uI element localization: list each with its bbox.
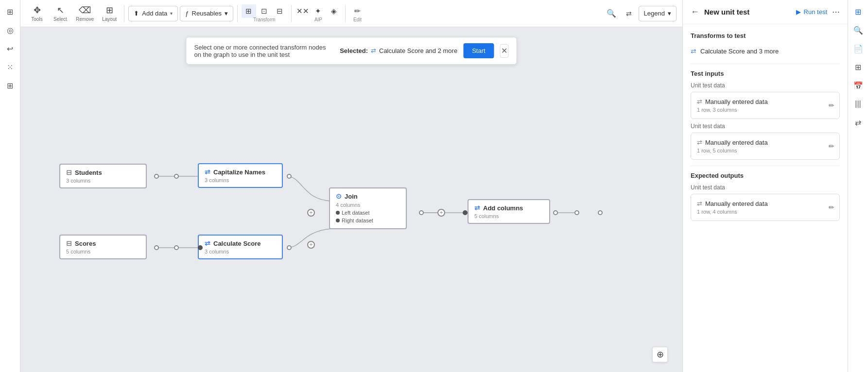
add-data-chevron-icon: ▾ [170, 11, 173, 16]
edit-pencil-icon[interactable]: ✏ [350, 4, 365, 18]
select-icon: ↖ [57, 5, 64, 16]
card1-icon: ⇄ [697, 98, 702, 105]
far-sidebar-icon-5[interactable]: 📅 [850, 77, 867, 94]
share-icon[interactable]: ⇄ [621, 6, 637, 21]
legend-chevron-icon: ▾ [668, 10, 671, 17]
sidebar-icon-2[interactable]: ◎ [1, 21, 19, 39]
banner-instruction: Select one or more connected transform n… [194, 44, 334, 58]
tools-group[interactable]: ✥ Tools [26, 2, 48, 25]
far-sidebar-icon-7[interactable]: ⇄ [850, 114, 867, 131]
far-right-sidebar: ⊞ 🔍 📄 ⊞ 📅 ||| ⇄ [848, 0, 868, 372]
students-mid-conn [174, 174, 179, 179]
calculate-score-node: ⇄ Calculate Score 3 columns [198, 235, 283, 259]
reusables-button[interactable]: ƒ Reusables ▾ [180, 6, 233, 21]
transform-section: ⊞ ⊡ ⊟ Transform [242, 4, 287, 22]
transform-label: Transform [249, 17, 279, 22]
reusables-chevron-icon: ▾ [225, 10, 228, 17]
unit-test-label-1: Unit test data [691, 82, 840, 89]
tools-label: Tools [31, 17, 42, 22]
card3-title: Manually entered data [705, 200, 768, 207]
data-card-2: ⇄ Manually entered data 1 row, 5 columns… [691, 133, 840, 160]
card1-sub: 1 row, 3 columns [697, 107, 833, 113]
transform-item-icon: ⇄ [691, 47, 696, 55]
join-right-conn [419, 210, 424, 215]
scores-mid-conn [174, 245, 179, 250]
add-columns-end-conn [598, 210, 603, 215]
join-title: Join [345, 193, 358, 200]
remove-icon: ⌫ [79, 5, 91, 16]
test-inputs-section-title: Test inputs [691, 70, 840, 77]
students-title: Students [75, 169, 102, 176]
remove-group[interactable]: ⌫ Remove [73, 2, 97, 25]
layout-group[interactable]: ⊞ Layout [99, 2, 120, 25]
close-button[interactable]: ✕ [500, 44, 509, 58]
remove-label: Remove [76, 17, 94, 22]
data-card-3: ⇄ Manually entered data 1 row, 4 columns… [691, 194, 840, 221]
left-sidebar: ⊞ ◎ ↩ ⁙ ⊞ [0, 0, 20, 372]
transform-item-label: Calculate Score and 3 more [700, 48, 779, 55]
aip-label: AIP [311, 17, 326, 22]
card1-edit-button[interactable]: ✏ [829, 101, 834, 109]
sidebar-icon-5[interactable]: ⊞ [1, 77, 19, 94]
aip-icon-2[interactable]: ✦ [311, 4, 326, 18]
card2-edit-button[interactable]: ✏ [829, 142, 834, 150]
banner-selected-value: Calculate Score and 2 more [379, 47, 457, 54]
run-test-label: Run test [804, 8, 827, 16]
add-data-icon: ⬆ [134, 10, 139, 17]
sidebar-icon-1[interactable]: ⊞ [1, 3, 19, 20]
unit-test-label-3: Unit test data [691, 184, 840, 191]
add-columns-sub: 5 columns [474, 213, 543, 219]
transform-join-icon[interactable]: ⊟ [273, 4, 287, 18]
join-node: ⊙ Join 4 columns Left dataset Right data… [329, 187, 407, 229]
edit-section: ✏ Edit [349, 4, 365, 22]
far-sidebar-icon-4[interactable]: ⊞ [850, 58, 867, 76]
join-sub: 4 columns [336, 202, 400, 208]
join-port2: Right dataset [342, 218, 373, 223]
banner-transform-icon: ⇄ [371, 47, 376, 54]
divider-1 [124, 5, 124, 22]
aip-icon-1[interactable]: ✕✕ [295, 4, 310, 18]
back-button[interactable]: ← [691, 7, 699, 17]
more-options-button[interactable]: ⋯ [832, 7, 840, 17]
divider-inputs-outputs [691, 166, 840, 166]
far-sidebar-icon-6[interactable]: ||| [850, 95, 867, 113]
plus-dot-bottom[interactable]: + [307, 241, 315, 249]
students-right-conn [154, 174, 159, 179]
start-button[interactable]: Start [463, 43, 494, 58]
join-right-port-dot [336, 219, 340, 222]
card2-icon: ⇄ [697, 139, 702, 146]
zoom-in-button[interactable]: ⊕ [652, 347, 668, 362]
select-group[interactable]: ↖ Select [50, 2, 71, 25]
sidebar-icon-4[interactable]: ⁙ [1, 58, 19, 76]
search-button[interactable]: 🔍 [604, 6, 619, 21]
main-area: ✥ Tools ↖ Select ⌫ Remove ⊞ Layout ⬆ Add… [20, 0, 682, 372]
add-data-label: Add data [142, 10, 167, 17]
far-sidebar-icon-1[interactable]: ⊞ [850, 3, 867, 20]
plus-dot-after-join[interactable]: + [437, 209, 445, 217]
card3-sub: 1 row, 4 columns [697, 209, 833, 215]
aip-icon-3[interactable]: ◈ [327, 4, 341, 18]
plus-dot-top[interactable]: + [307, 209, 315, 217]
capitalize-names-icon: ⇄ [205, 168, 210, 176]
far-sidebar-icon-2[interactable]: 🔍 [850, 21, 867, 39]
card1-title: Manually entered data [705, 98, 768, 105]
transform-pivot-icon[interactable]: ⊡ [257, 4, 272, 18]
edit-label: Edit [349, 17, 365, 22]
run-test-button[interactable]: ▶ Run test [796, 8, 827, 16]
divider-2 [237, 5, 238, 22]
capitalize-names-right-conn [287, 174, 292, 179]
legend-label: Legend [644, 10, 665, 17]
card2-sub: 1 row, 5 columns [697, 148, 833, 153]
add-columns-node: ⇄ Add columns 5 columns [468, 199, 550, 224]
card3-edit-button[interactable]: ✏ [829, 203, 834, 211]
students-node: ⊟ Students 3 columns [59, 164, 147, 188]
sidebar-icon-3[interactable]: ↩ [1, 40, 19, 57]
far-sidebar-icon-3[interactable]: 📄 [850, 40, 867, 57]
transform-table-icon[interactable]: ⊞ [242, 4, 256, 18]
add-columns-icon: ⇄ [474, 204, 480, 212]
add-data-button[interactable]: ⬆ Add data ▾ [128, 6, 178, 21]
legend-button[interactable]: Legend ▾ [639, 6, 677, 21]
calculate-score-title: Calculate Score [213, 240, 261, 247]
right-panel-header: ← New unit test ▶ Run test ⋯ [683, 0, 848, 24]
divider-transforms-inputs [691, 64, 840, 64]
